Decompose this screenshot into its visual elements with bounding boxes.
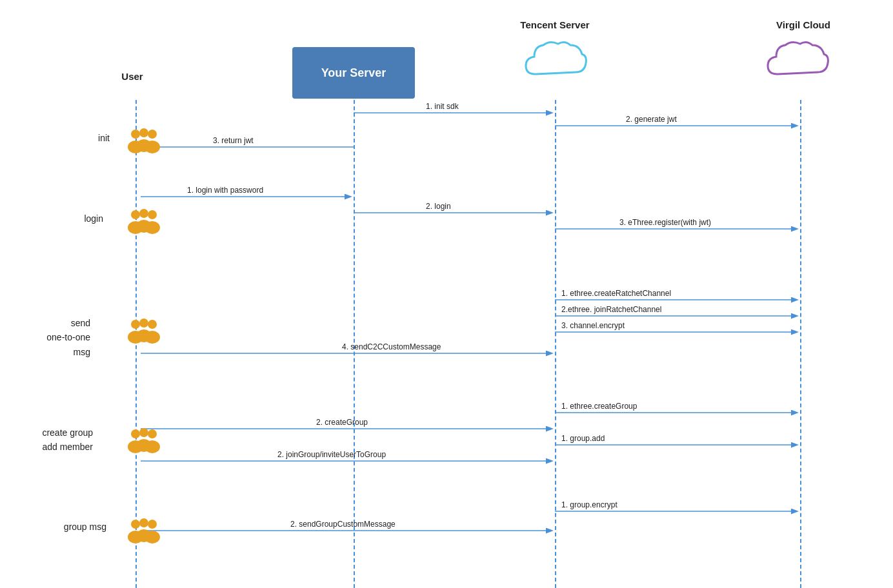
label-create-1: 1. ethree.createGroup: [561, 402, 637, 411]
user-icon-create-group: [126, 426, 161, 458]
svg-point-38: [148, 429, 157, 438]
dashed-line-tencent: [555, 100, 556, 588]
label-init-2: 2. generate jwt: [626, 115, 677, 124]
dashed-line-virgil: [800, 100, 801, 588]
svg-point-34: [131, 429, 140, 438]
label-send-4: 4. sendC2CCustomMessage: [342, 342, 441, 351]
label-create-2: 2. createGroup: [316, 418, 368, 427]
arrows-svg: [0, 0, 893, 588]
svg-point-32: [148, 320, 157, 329]
label-send-3: 3. channel.encrypt: [561, 321, 625, 330]
col-header-virgil: Virgil Cloud: [745, 19, 861, 30]
label-login-2: 2. login: [426, 202, 451, 211]
label-group-2: 2. sendGroupCustomMessage: [290, 520, 396, 529]
label-send-2: 2.ethree. joinRatchetChannel: [561, 305, 661, 314]
svg-point-36: [139, 428, 148, 437]
label-init-1: 1. init sdk: [426, 102, 459, 111]
label-group-1: 1. group.encrypt: [561, 500, 617, 509]
row-label-send: sendone-to-onemsg: [13, 316, 90, 359]
svg-point-16: [131, 130, 140, 139]
svg-point-33: [145, 331, 160, 344]
label-create-3: 1. group.add: [561, 434, 605, 443]
svg-point-20: [148, 130, 157, 139]
user-icon-login: [126, 206, 161, 239]
label-create-4: 2. joinGroup/inviteUserToGroup: [277, 450, 386, 459]
tencent-cloud-icon: [523, 39, 587, 84]
row-label-create-group: create groupadd member: [3, 426, 93, 455]
svg-point-44: [148, 520, 157, 529]
svg-point-28: [131, 320, 140, 329]
row-label-init: init: [32, 132, 110, 145]
your-server-box: Your Server: [292, 47, 415, 99]
svg-point-18: [139, 128, 148, 137]
virgil-cloud-icon: [765, 39, 829, 84]
svg-point-45: [145, 531, 160, 544]
label-login-1: 1. login with password: [187, 186, 263, 195]
row-label-group-msg: group msg: [23, 521, 106, 534]
label-login-3: 3. eThree.register(with jwt): [619, 218, 711, 227]
svg-point-27: [145, 221, 160, 234]
svg-point-30: [139, 318, 148, 328]
row-label-login: login: [26, 213, 103, 226]
user-icon-group-msg: [126, 516, 161, 548]
svg-point-21: [145, 141, 160, 153]
svg-point-24: [139, 209, 148, 218]
svg-point-40: [131, 520, 140, 529]
svg-point-26: [148, 210, 157, 219]
svg-point-22: [131, 210, 140, 219]
user-icon-init: [126, 126, 161, 158]
col-header-user: User: [100, 71, 165, 82]
user-icon-send: [126, 316, 161, 348]
label-send-1: 1. ethree.createRatchetChannel: [561, 289, 671, 298]
col-header-tencent: Tencent Server: [497, 19, 613, 30]
svg-point-39: [145, 440, 160, 453]
label-init-3: 3. return jwt: [213, 136, 254, 145]
diagram: User Tencent Server Virgil Cloud Your Se…: [0, 0, 893, 588]
svg-point-42: [139, 518, 148, 527]
